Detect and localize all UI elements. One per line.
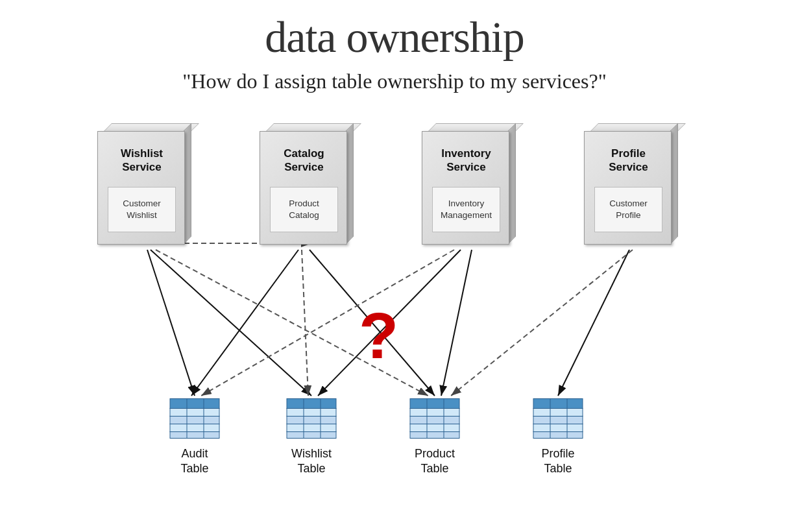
catalog-service-title: CatalogService xyxy=(265,139,343,182)
svg-rect-16 xyxy=(170,417,219,424)
svg-rect-15 xyxy=(170,409,219,417)
svg-rect-14 xyxy=(170,399,219,409)
svg-rect-31 xyxy=(410,424,459,432)
svg-rect-30 xyxy=(410,417,459,424)
profile-table-icon xyxy=(532,396,584,441)
svg-rect-25 xyxy=(287,432,336,439)
catalog-service-content: ProductCatalog xyxy=(270,187,338,232)
svg-rect-38 xyxy=(533,424,583,432)
product-table-label: ProductTable xyxy=(409,446,461,477)
svg-rect-28 xyxy=(410,399,459,409)
svg-rect-35 xyxy=(533,399,583,409)
inventory-service: InventoryService InventoryManagement xyxy=(422,123,522,250)
svg-rect-21 xyxy=(287,399,336,409)
svg-rect-22 xyxy=(287,409,336,417)
wishlist-service-content: CustomerWishlist xyxy=(108,187,176,232)
svg-rect-37 xyxy=(533,417,583,424)
inventory-service-content: InventoryManagement xyxy=(432,187,500,232)
svg-line-10 xyxy=(302,250,308,396)
catalog-service: CatalogService ProductCatalog xyxy=(260,123,360,250)
wishlist-service-title: WishlistService xyxy=(103,139,180,182)
wishlist-table-label: WishlistTable xyxy=(285,446,337,477)
svg-line-11 xyxy=(201,250,454,396)
audit-table-icon xyxy=(169,396,221,441)
profile-table-label: ProfileTable xyxy=(532,446,584,477)
svg-rect-32 xyxy=(410,432,459,439)
audit-table: AuditTable xyxy=(169,396,221,477)
svg-line-8 xyxy=(558,250,629,396)
profile-service-title: ProfileService xyxy=(590,139,667,182)
svg-line-3 xyxy=(151,250,311,396)
svg-rect-17 xyxy=(170,424,219,432)
profile-service: ProfileService CustomerProfile xyxy=(584,123,685,250)
svg-rect-29 xyxy=(410,409,459,417)
svg-rect-36 xyxy=(533,409,583,417)
svg-rect-23 xyxy=(287,417,336,424)
svg-rect-39 xyxy=(533,432,583,439)
wishlist-service: WishlistService CustomerWishlist xyxy=(97,123,198,250)
wishlist-table-icon xyxy=(285,396,337,441)
wishlist-table: WishlistTable xyxy=(285,396,337,477)
svg-line-7 xyxy=(441,250,472,396)
product-table: ProductTable xyxy=(409,396,461,477)
svg-line-2 xyxy=(147,250,195,396)
profile-table: ProfileTable xyxy=(532,396,584,477)
svg-line-4 xyxy=(191,250,298,396)
audit-table-label: AuditTable xyxy=(169,446,221,477)
subtitle: "How do I assign table ownership to my s… xyxy=(0,69,789,93)
svg-rect-24 xyxy=(287,424,336,432)
svg-rect-18 xyxy=(170,432,219,439)
question-mark: ? xyxy=(359,298,398,373)
inventory-service-title: InventoryService xyxy=(428,139,505,182)
svg-line-12 xyxy=(451,250,633,396)
main-title: data ownership xyxy=(0,0,789,63)
profile-service-content: CustomerProfile xyxy=(594,187,662,232)
diagram-area: WishlistService CustomerWishlist Catalog… xyxy=(0,123,789,532)
product-table-icon xyxy=(409,396,461,441)
